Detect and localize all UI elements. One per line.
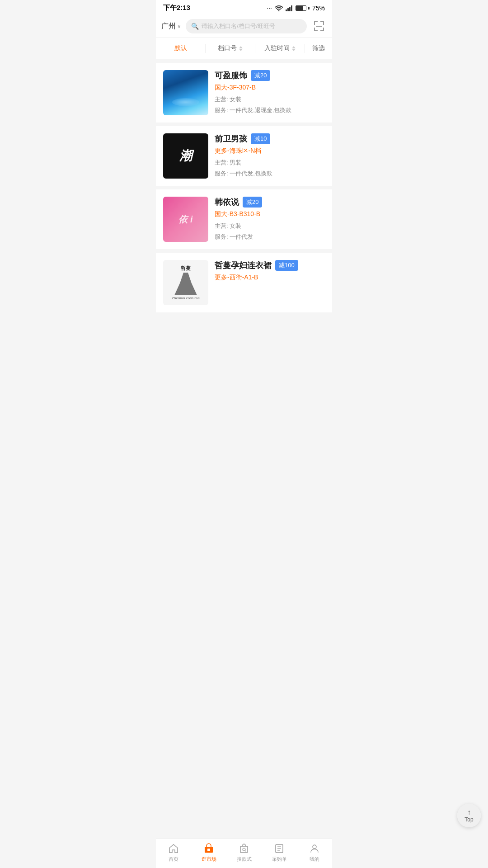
vendor-location: 国大-B3-B310-B: [215, 210, 325, 218]
discount-badge: 减100: [275, 260, 298, 271]
svg-rect-0: [286, 9, 287, 11]
dots-icon: ···: [267, 5, 272, 12]
svg-rect-2: [289, 7, 291, 11]
wifi-icon: [275, 5, 283, 11]
search-icon: 🔍: [191, 23, 199, 30]
vendor-service: 服务: 一件代发: [215, 233, 325, 241]
vendor-name-row: 可盈服饰 减20: [215, 70, 325, 81]
vendor-name: 前卫男孩: [215, 133, 247, 144]
vendor-card[interactable]: 依 i 韩依说 减20 国大-B3-B310-B 主营: 女装 服务: 一件代发: [156, 189, 332, 249]
vendor-name: 可盈服饰: [215, 70, 247, 81]
vendor-location: 国大-3F-307-B: [215, 84, 325, 92]
sort-stall-label: 档口号: [218, 44, 237, 52]
stall-sort-arrows: [239, 46, 243, 51]
status-time: 下午2:13: [163, 4, 190, 12]
svg-rect-11: [323, 28, 324, 31]
vendor-name-row: 前卫男孩 减10: [215, 133, 325, 144]
vendor-name-row: 韩依说 减20: [215, 197, 325, 208]
sort-stall-no[interactable]: 档口号: [206, 38, 255, 59]
vendor-location: 更多-西街-A1-B: [215, 274, 325, 282]
discount-badge: 减20: [243, 197, 262, 208]
vendor-thumbnail: [163, 70, 208, 115]
vendor-card[interactable]: 潮 前卫男孩 减10 更多-海珠区-N档 主营: 男装 服务: 一件代发,包换款: [156, 126, 332, 186]
vendor-info: 韩依说 减20 国大-B3-B310-B 主营: 女装 服务: 一件代发: [215, 197, 325, 241]
sort-default[interactable]: 默认: [156, 38, 205, 59]
vendor-thumbnail: 哲蔓 Zheman costume: [163, 260, 208, 305]
search-bar[interactable]: 🔍 请输入档口名/档口号/旺旺号: [186, 19, 307, 33]
battery-icon: [296, 5, 310, 11]
vendor-name-row: 哲蔓孕妇连衣裙 减100: [215, 260, 325, 271]
vendor-info: 哲蔓孕妇连衣裙 减100 更多-西街-A1-B: [215, 260, 325, 285]
vendor-list: 可盈服饰 减20 国大-3F-307-B 主营: 女装 服务: 一件代发,退现金…: [156, 63, 332, 352]
vendor-service: 服务: 一件代发,退现金,包换款: [215, 106, 325, 114]
battery-percent: 75%: [312, 5, 325, 12]
discount-badge: 减10: [251, 133, 270, 144]
sort-default-label: 默认: [174, 44, 187, 52]
svg-rect-5: [314, 21, 315, 25]
scan-icon: [313, 20, 325, 32]
vendor-main: 主营: 女装: [215, 222, 325, 230]
vendor-location: 更多-海珠区-N档: [215, 147, 325, 155]
sort-join-time[interactable]: 入驻时间: [255, 38, 305, 59]
signal-icon: [286, 5, 293, 11]
location-label: 广州: [161, 22, 176, 31]
time-sort-arrows: [292, 46, 296, 51]
vendor-card[interactable]: 哲蔓 Zheman costume 哲蔓孕妇连衣裙 减100 更多-西街-A1-…: [156, 253, 332, 312]
status-bar: 下午2:13 ··· 75%: [156, 0, 332, 15]
vendor-service: 服务: 一件代发,包换款: [215, 170, 325, 178]
filter-button[interactable]: 筛选: [305, 38, 332, 59]
svg-rect-12: [316, 26, 322, 27]
header: 广州 ∨ 🔍 请输入档口名/档口号/旺旺号: [156, 15, 332, 38]
sort-bar: 默认 档口号 入驻时间 筛选: [156, 38, 332, 59]
status-icons: ··· 75%: [267, 5, 325, 12]
svg-rect-7: [323, 21, 324, 25]
vendor-main: 主营: 男装: [215, 159, 325, 167]
svg-rect-1: [287, 8, 289, 11]
scan-button[interactable]: [311, 19, 327, 34]
vendor-name: 哲蔓孕妇连衣裙: [215, 260, 272, 271]
svg-rect-3: [291, 5, 292, 11]
sort-time-label: 入驻时间: [264, 44, 290, 52]
search-input[interactable]: 请输入档口名/档口号/旺旺号: [202, 22, 301, 30]
location-selector[interactable]: 广州 ∨: [161, 22, 181, 31]
chevron-down-icon: ∨: [177, 23, 181, 29]
vendor-name: 韩依说: [215, 197, 239, 208]
vendor-info: 可盈服饰 减20 国大-3F-307-B 主营: 女装 服务: 一件代发,退现金…: [215, 70, 325, 114]
vendor-thumbnail: 依 i: [163, 197, 208, 242]
vendor-card[interactable]: 可盈服饰 减20 国大-3F-307-B 主营: 女装 服务: 一件代发,退现金…: [156, 63, 332, 123]
svg-rect-9: [314, 28, 315, 31]
vendor-thumbnail: 潮: [163, 133, 208, 179]
vendor-info: 前卫男孩 减10 更多-海珠区-N档 主营: 男装 服务: 一件代发,包换款: [215, 133, 325, 178]
vendor-main: 主营: 女装: [215, 95, 325, 104]
discount-badge: 减20: [251, 70, 270, 81]
